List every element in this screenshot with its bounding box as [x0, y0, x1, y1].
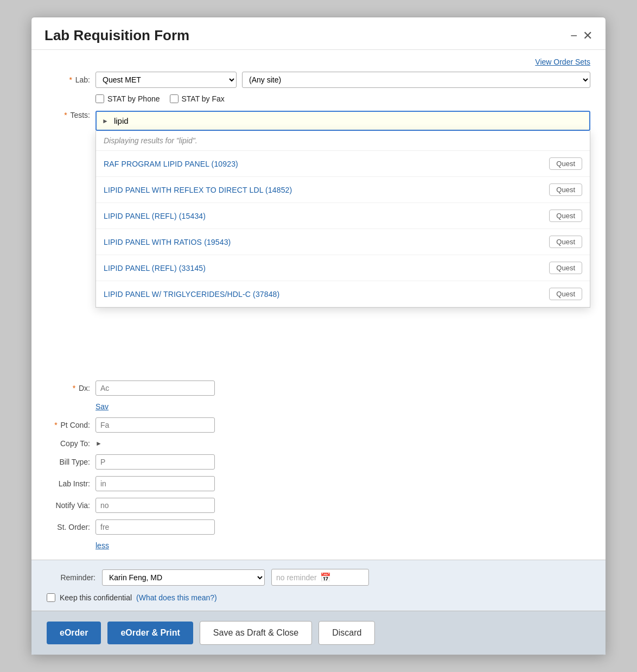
- dropdown-item[interactable]: LIPID PANEL W/ TRIGLYCERIDES/HDL-C (3784…: [96, 281, 590, 307]
- modal-action-bar: eOrder eOrder & Print Save as Draft & Cl…: [31, 611, 606, 655]
- tests-input-box: ►: [95, 111, 590, 131]
- pt-cond-row: * Pt Cond:: [47, 417, 590, 433]
- quest-badge-button[interactable]: Quest: [549, 183, 582, 196]
- lab-selects: Quest MET (Any site): [95, 72, 590, 88]
- copy-to-row: Copy To: ►: [47, 439, 590, 448]
- dropdown-item[interactable]: RAF PROGRAM LIPID PANEL (10923) Quest: [96, 151, 590, 177]
- tests-label: * Tests:: [47, 111, 95, 119]
- less-link[interactable]: less: [95, 541, 109, 550]
- quest-badge-button[interactable]: Quest: [549, 157, 582, 170]
- dx-row: * Dx:: [47, 381, 590, 396]
- stat-fax-label: STAT by Fax: [182, 94, 225, 103]
- reminder-date-input[interactable]: no reminder 📅: [271, 569, 369, 586]
- bill-type-row: Bill Type:: [47, 454, 590, 470]
- lab-requisition-modal: Lab Requisition Form − ✕ View Order Sets…: [31, 17, 606, 655]
- confidential-checkbox[interactable]: [47, 593, 55, 602]
- dropdown-item-name: LIPID PANEL (REFL) (33145): [104, 264, 206, 272]
- confidential-row: Keep this confidential (What does this m…: [47, 593, 590, 602]
- modal-body: View Order Sets * Lab: Quest MET (Any si…: [31, 50, 606, 550]
- dropdown-item[interactable]: LIPID PANEL (REFL) (33145) Quest: [96, 255, 590, 281]
- lab-row: * Lab: Quest MET (Any site): [47, 72, 590, 88]
- modal-title: Lab Requisition Form: [44, 27, 189, 44]
- quest-badge-button[interactable]: Quest: [549, 288, 582, 300]
- view-order-sets-link[interactable]: View Order Sets: [535, 58, 590, 66]
- calendar-icon: 📅: [320, 572, 331, 582]
- lab-instr-input[interactable]: [95, 476, 215, 491]
- discard-button[interactable]: Discard: [318, 621, 375, 645]
- tests-row: * Tests: ► Displaying results for "lipid…: [47, 111, 590, 131]
- stat-fax-checkbox[interactable]: [170, 94, 179, 103]
- tests-input-wrapper: ► Displaying results for "lipid". RAF PR…: [95, 111, 590, 131]
- lab-instr-label: Lab Instr:: [47, 479, 95, 488]
- save-draft-button[interactable]: Save as Draft & Close: [200, 621, 312, 645]
- dropdown-item[interactable]: LIPID PANEL WITH RATIOS (19543) Quest: [96, 229, 590, 255]
- required-star: *: [69, 75, 72, 84]
- confidential-label: Keep this confidential: [60, 593, 132, 602]
- save-link[interactable]: Sav: [95, 402, 590, 411]
- st-order-input[interactable]: [95, 519, 215, 535]
- tests-required-star: *: [64, 111, 67, 119]
- quest-badge-button[interactable]: Quest: [549, 210, 582, 222]
- dropdown-item-name: LIPID PANEL (REFL) (15434): [104, 212, 206, 220]
- copy-to-arrow: ►: [95, 440, 102, 447]
- eorder-button[interactable]: eOrder: [47, 622, 101, 644]
- minimize-button[interactable]: −: [570, 30, 577, 42]
- reminder-date-text: no reminder: [276, 573, 317, 582]
- modal-footer-section: Reminder: Karin Feng, MD no reminder 📅 K…: [31, 560, 606, 611]
- copy-to-label: Copy To:: [47, 439, 95, 448]
- dx-label: * Dx:: [47, 384, 95, 392]
- pt-cond-input[interactable]: [95, 417, 215, 433]
- stat-phone-checkbox[interactable]: [95, 94, 104, 103]
- dropdown-item[interactable]: LIPID PANEL WITH REFLEX TO DIRECT LDL (1…: [96, 177, 590, 203]
- view-order-sets-row: View Order Sets: [47, 58, 590, 66]
- st-order-row: St. Order:: [47, 519, 590, 535]
- notify-via-label: Notify Via:: [47, 501, 95, 510]
- stat-phone-item[interactable]: STAT by Phone: [95, 94, 160, 103]
- stat-fax-item[interactable]: STAT by Fax: [170, 94, 225, 103]
- tests-dropdown-panel: Displaying results for "lipid". RAF PROG…: [95, 131, 590, 308]
- modal-header-controls: − ✕: [570, 30, 593, 42]
- lab-instr-row: Lab Instr:: [47, 476, 590, 491]
- dropdown-item-name: RAF PROGRAM LIPID PANEL (10923): [104, 160, 238, 168]
- tests-arrow-icon: ►: [102, 117, 109, 125]
- quest-badge-button[interactable]: Quest: [549, 262, 582, 274]
- lab-label: * Lab:: [47, 75, 95, 84]
- reminder-row: Reminder: Karin Feng, MD no reminder 📅: [47, 569, 590, 586]
- quest-badge-button[interactable]: Quest: [549, 236, 582, 248]
- dropdown-scroll[interactable]: RAF PROGRAM LIPID PANEL (10923) Quest LI…: [96, 151, 590, 307]
- lab-select[interactable]: Quest MET: [95, 72, 237, 88]
- dropdown-item-name: LIPID PANEL WITH REFLEX TO DIRECT LDL (1…: [104, 186, 292, 194]
- reminder-select[interactable]: Karin Feng, MD: [102, 569, 265, 586]
- site-select[interactable]: (Any site): [242, 72, 590, 88]
- close-button[interactable]: ✕: [583, 30, 593, 42]
- reminder-label: Reminder:: [47, 573, 95, 582]
- stat-row: STAT by Phone STAT by Fax: [95, 94, 590, 103]
- notify-via-input[interactable]: [95, 498, 215, 513]
- stat-phone-label: STAT by Phone: [107, 94, 160, 103]
- dropdown-item[interactable]: LIPID PANEL (REFL) (15434) Quest: [96, 203, 590, 229]
- st-order-label: St. Order:: [47, 523, 95, 531]
- bill-type-input[interactable]: [95, 454, 215, 470]
- dropdown-item-name: LIPID PANEL W/ TRIGLYCERIDES/HDL-C (3784…: [104, 290, 279, 299]
- dropdown-item-name: LIPID PANEL WITH RATIOS (19543): [104, 238, 231, 246]
- pt-cond-label: * Pt Cond:: [47, 421, 95, 429]
- dropdown-hint: Displaying results for "lipid".: [96, 131, 590, 151]
- what-does-link[interactable]: (What does this mean?): [136, 593, 217, 602]
- tests-search-input[interactable]: [114, 116, 584, 125]
- notify-via-row: Notify Via:: [47, 498, 590, 513]
- dx-input[interactable]: [95, 381, 215, 396]
- modal-header: Lab Requisition Form − ✕: [31, 17, 606, 50]
- eorder-print-button[interactable]: eOrder & Print: [107, 622, 193, 644]
- bill-type-label: Bill Type:: [47, 458, 95, 466]
